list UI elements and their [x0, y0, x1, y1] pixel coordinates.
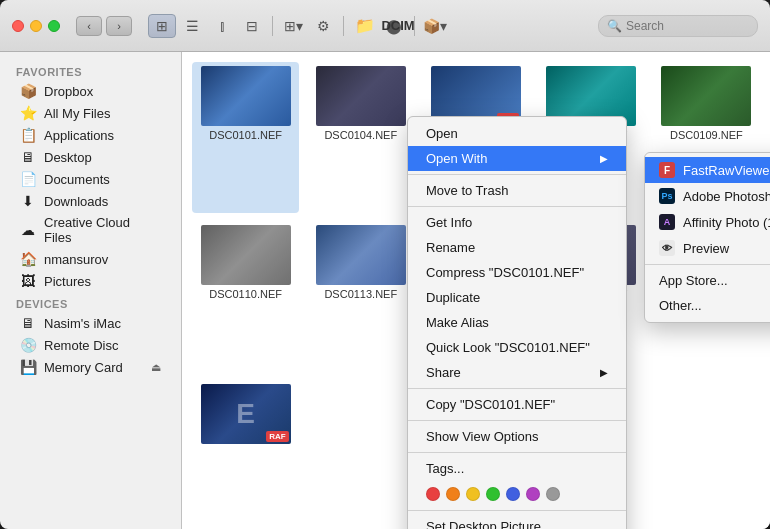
- affinity-icon: A: [659, 214, 675, 230]
- context-compress[interactable]: Compress "DSC0101.NEF": [408, 260, 626, 285]
- flow-view-button[interactable]: ⊟: [238, 14, 266, 38]
- submenu-app-store[interactable]: App Store...: [645, 268, 770, 293]
- submenu-other[interactable]: Other...: [645, 293, 770, 318]
- context-menu-main[interactable]: Open Open With ▶ Move to Trash Get Info: [407, 116, 627, 529]
- submenu-fastraw[interactable]: F FastRawViewer (default) (1.4.3): [645, 157, 770, 183]
- close-button[interactable]: [12, 20, 24, 32]
- sidebar-item-applications[interactable]: 📋 Applications: [4, 124, 177, 146]
- context-set-desktop[interactable]: Set Desktop Picture: [408, 514, 626, 529]
- eject-icon[interactable]: ⏏: [151, 361, 161, 374]
- list-view-button[interactable]: ☰: [178, 14, 206, 38]
- content-area: DSC0101.NEF DSC0104.NEF RAF DSC0108.NEF: [182, 52, 770, 529]
- desktop-icon: 🖥: [20, 149, 36, 165]
- sidebar-item-creative-cloud[interactable]: ☁ Creative Cloud Files: [4, 212, 177, 248]
- sidebar-item-downloads[interactable]: ⬇ Downloads: [4, 190, 177, 212]
- file-label-dsc0113: DSC0113.NEF: [324, 288, 397, 300]
- action-button[interactable]: ⚙: [309, 14, 337, 38]
- context-copy[interactable]: Copy "DSC0101.NEF": [408, 392, 626, 417]
- file-item-dsc0113[interactable]: DSC0113.NEF: [307, 221, 414, 372]
- submenu-affinity[interactable]: A Affinity Photo (1.5.2): [645, 209, 770, 235]
- file-item-dsc0104[interactable]: DSC0104.NEF: [307, 62, 414, 213]
- context-get-info[interactable]: Get Info: [408, 210, 626, 235]
- icon-view-button[interactable]: ⊞: [148, 14, 176, 38]
- column-view-button[interactable]: ⫿: [208, 14, 236, 38]
- main-layout: Favorites 📦 Dropbox ⭐ All My Files 📋 App…: [0, 52, 770, 529]
- dropbox-button[interactable]: 📦▾: [421, 14, 449, 38]
- sidebar-item-desktop[interactable]: 🖥 Desktop: [4, 146, 177, 168]
- arrange-button[interactable]: ⊞▾: [279, 14, 307, 38]
- tag-gray[interactable]: [546, 487, 560, 501]
- tag-purple[interactable]: [526, 487, 540, 501]
- context-rename[interactable]: Rename: [408, 235, 626, 260]
- tag-orange[interactable]: [446, 487, 460, 501]
- separator-1: [408, 174, 626, 175]
- title-text: DCIM: [381, 18, 414, 33]
- documents-icon: 📄: [20, 171, 36, 187]
- disc-icon: 💿: [20, 337, 36, 353]
- ps-icon: Ps: [659, 188, 675, 204]
- file-thumb-raf3: E RAF: [201, 384, 291, 444]
- sidebar-label-nmansurov: nmansurov: [44, 252, 108, 267]
- context-duplicate[interactable]: Duplicate: [408, 285, 626, 310]
- finder-window: ‹ › ⊞ ☰ ⫿ ⊟ ⊞▾ ⚙ ⬆ ⬤ 📦▾ 📁 DCIM 🔍: [0, 0, 770, 529]
- maximize-button[interactable]: [48, 20, 60, 32]
- tag-red[interactable]: [426, 487, 440, 501]
- context-quick-look[interactable]: Quick Look "DSC0101.NEF": [408, 335, 626, 360]
- forward-button[interactable]: ›: [106, 16, 132, 36]
- back-button[interactable]: ‹: [76, 16, 102, 36]
- sidebar-item-remote-disc[interactable]: 💿 Remote Disc: [4, 334, 177, 356]
- sidebar-label-desktop: Desktop: [44, 150, 92, 165]
- separator-4: [408, 420, 626, 421]
- tag-green[interactable]: [486, 487, 500, 501]
- memory-card-icon: 💾: [20, 359, 36, 375]
- submenu-separator: [645, 264, 770, 265]
- file-thumb-dsc0104: [316, 66, 406, 126]
- sidebar-item-nasim-imac[interactable]: 🖥 Nasim's iMac: [4, 312, 177, 334]
- search-input[interactable]: [626, 19, 746, 33]
- context-show-view-opts[interactable]: Show View Options: [408, 424, 626, 449]
- file-thumb-dsc0113: [316, 225, 406, 285]
- sidebar-label-dropbox: Dropbox: [44, 84, 93, 99]
- sidebar-item-documents[interactable]: 📄 Documents: [4, 168, 177, 190]
- submenu-preview[interactable]: 👁 Preview: [645, 235, 770, 261]
- star-icon: ⭐: [20, 105, 36, 121]
- file-item-dsc0101[interactable]: DSC0101.NEF: [192, 62, 299, 213]
- file-thumb-dsc0110: [201, 225, 291, 285]
- sidebar-label-nasim-imac: Nasim's iMac: [44, 316, 121, 331]
- tag-yellow[interactable]: [466, 487, 480, 501]
- color-tags: [408, 481, 626, 507]
- dropbox-icon: 📦: [20, 83, 36, 99]
- minimize-button[interactable]: [30, 20, 42, 32]
- imac-icon: 🖥: [20, 315, 36, 331]
- separator-5: [408, 452, 626, 453]
- folder-icon: 📁: [355, 16, 375, 35]
- context-open-with[interactable]: Open With ▶: [408, 146, 626, 171]
- separator-3: [408, 388, 626, 389]
- file-item-raf3[interactable]: E RAF: [192, 380, 299, 519]
- context-open[interactable]: Open: [408, 121, 626, 146]
- submenu-photoshop[interactable]: Ps Adobe Photoshop CC 2017: [645, 183, 770, 209]
- sidebar-label-downloads: Downloads: [44, 194, 108, 209]
- context-share[interactable]: Share ▶: [408, 360, 626, 385]
- sidebar-item-memory-card[interactable]: 💾 Memory Card ⏏: [4, 356, 177, 378]
- search-box[interactable]: 🔍: [598, 15, 758, 37]
- context-tags[interactable]: Tags...: [408, 456, 626, 481]
- sidebar-item-pictures[interactable]: 🖼 Pictures: [4, 270, 177, 292]
- sidebar-item-dropbox[interactable]: 📦 Dropbox: [4, 80, 177, 102]
- file-thumb-dsc0101: [201, 66, 291, 126]
- file-label-dsc0101: DSC0101.NEF: [209, 129, 282, 141]
- submenu-open-with[interactable]: F FastRawViewer (default) (1.4.3) Ps Ado…: [644, 152, 770, 323]
- file-label-dsc0104: DSC0104.NEF: [324, 129, 397, 141]
- context-make-alias[interactable]: Make Alias: [408, 310, 626, 335]
- sidebar-label-remote-disc: Remote Disc: [44, 338, 118, 353]
- file-label-dsc0110: DSC0110.NEF: [209, 288, 282, 300]
- titlebar: ‹ › ⊞ ☰ ⫿ ⊟ ⊞▾ ⚙ ⬆ ⬤ 📦▾ 📁 DCIM 🔍: [0, 0, 770, 52]
- downloads-icon: ⬇: [20, 193, 36, 209]
- context-move-trash[interactable]: Move to Trash: [408, 178, 626, 203]
- toolbar-separator-2: [343, 16, 344, 36]
- sidebar-item-nmansurov[interactable]: 🏠 nmansurov: [4, 248, 177, 270]
- tag-blue[interactable]: [506, 487, 520, 501]
- sidebar-item-all-my-files[interactable]: ⭐ All My Files: [4, 102, 177, 124]
- toolbar-separator-1: [272, 16, 273, 36]
- file-item-dsc0110[interactable]: DSC0110.NEF: [192, 221, 299, 372]
